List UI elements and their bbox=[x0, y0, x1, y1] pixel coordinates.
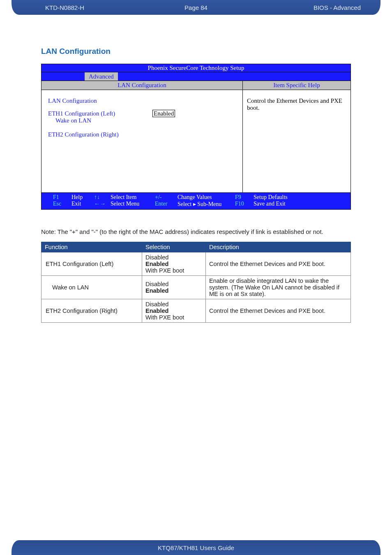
bios-key-esc-label: Exit bbox=[71, 201, 94, 208]
description-cell: Control the Ethernet Devices and PXE boo… bbox=[206, 299, 351, 323]
footer-title: KTQ87/KTH81 Users Guide bbox=[158, 544, 234, 551]
bios-action-change-values: Change Values bbox=[178, 194, 235, 201]
function-cell: ETH1 Configuration (Left) bbox=[42, 252, 142, 276]
selection-option: Enabled bbox=[145, 261, 202, 267]
bios-col-head-right: Item Specific Help bbox=[243, 81, 350, 90]
function-cell: ETH2 Configuration (Right) bbox=[42, 299, 142, 323]
bios-action-save-exit: Save and Exit bbox=[254, 201, 286, 208]
bios-item-value[interactable]: [Enabled] bbox=[151, 110, 177, 117]
bios-item-value[interactable]: [Enabled] bbox=[151, 117, 175, 124]
selection-option: Enabled bbox=[145, 308, 202, 314]
table-row: ETH2 Configuration (Right)DisabledEnable… bbox=[42, 299, 351, 323]
bios-arrows-updown-icon: ↑↓ bbox=[94, 194, 111, 201]
bios-key-f1-label: Help bbox=[71, 194, 94, 201]
bios-action-setup-defaults: Setup Defaults bbox=[254, 194, 288, 201]
bios-item-label[interactable]: ETH2 Configuration (Right) bbox=[48, 131, 151, 138]
bios-key-f9: F9 bbox=[235, 194, 254, 201]
bios-help-text: Control the Ethernet Devices and PXE boo… bbox=[247, 97, 342, 111]
bios-action-select-item: Select Item bbox=[111, 194, 155, 201]
bios-title: Phoenix SecureCore Technology Setup bbox=[42, 64, 350, 72]
selection-option: Disabled bbox=[145, 301, 202, 308]
bios-left-pane: LAN Configuration ETH1 Configuration (Le… bbox=[42, 90, 243, 192]
function-cell: Wake on LAN bbox=[42, 276, 142, 299]
bios-item-label[interactable]: MAC Address & Link status : bbox=[48, 124, 151, 131]
description-cell: Control the Ethernet Devices and PXE boo… bbox=[206, 252, 351, 276]
selection-cell: DisabledEnabledWith PXE boot bbox=[142, 252, 206, 276]
page-number: Page 84 bbox=[184, 4, 208, 11]
bios-item-label[interactable]: MAC Address & Link status : bbox=[48, 138, 151, 145]
bios-item-label[interactable]: Wake on LAN bbox=[48, 117, 151, 124]
bios-action-submenu: Select ▸ Sub-Menu bbox=[178, 201, 235, 208]
bios-key-f1: F1 bbox=[53, 194, 71, 201]
table-header: Selection bbox=[142, 242, 206, 252]
description-cell: Enable or disable integrated LAN to wake… bbox=[206, 276, 351, 299]
header-section: BIOS - Advanced bbox=[314, 4, 361, 11]
section-title: LAN Configuration bbox=[41, 47, 111, 56]
selection-option: With PXE boot bbox=[145, 267, 202, 274]
doc-id: KTD-N0882-H bbox=[45, 4, 84, 11]
bios-help-pane: Control the Ethernet Devices and PXE boo… bbox=[243, 90, 350, 192]
bios-key-plusminus: +/- bbox=[155, 194, 178, 201]
selection-option: With PXE boot bbox=[145, 314, 202, 321]
selection-option: Disabled bbox=[145, 254, 202, 261]
bios-tab-advanced: Advanced bbox=[85, 72, 118, 81]
selection-cell: DisabledEnabledWith PXE boot bbox=[142, 299, 206, 323]
selection-option: Disabled bbox=[145, 281, 202, 287]
table-header: Function bbox=[42, 242, 142, 252]
page-header: KTD-N0882-H Page 84 BIOS - Advanced bbox=[12, 0, 380, 15]
bios-action-select-menu: Select Menu bbox=[111, 201, 155, 208]
bios-left-heading: LAN Configuration bbox=[48, 97, 151, 104]
bios-col-head-left: LAN Configuration bbox=[42, 81, 243, 90]
bios-item-label[interactable]: ETH1 Configuration (Left) bbox=[48, 110, 151, 117]
table-header: Description bbox=[206, 242, 351, 252]
bios-arrows-leftright-icon: ←→ bbox=[94, 201, 111, 208]
bios-footer: F1 Help ↑↓ Select Item +/- Change Values… bbox=[42, 192, 350, 209]
bios-item-value[interactable]: [00E0F42C4E01 -] bbox=[151, 124, 198, 131]
page-footer: KTQ87/KTH81 Users Guide bbox=[12, 540, 380, 555]
bios-item-value[interactable]: [00E0F42C4E02 -] bbox=[151, 138, 198, 145]
note-text: Note: The "+" and "-" (to the right of t… bbox=[41, 228, 351, 235]
bios-item-value[interactable]: [With PXE boot] bbox=[151, 131, 193, 138]
selection-cell: DisabledEnabled bbox=[142, 276, 206, 299]
function-table: FunctionSelectionDescription ETH1 Config… bbox=[41, 242, 351, 323]
table-row: ETH1 Configuration (Left)DisabledEnabled… bbox=[42, 252, 351, 276]
bios-setup-screenshot: Phoenix SecureCore Technology Setup Adva… bbox=[41, 64, 351, 210]
bios-tab-bar: Advanced bbox=[42, 72, 350, 81]
bios-key-enter: Enter bbox=[155, 201, 178, 208]
table-row: Wake on LANDisabledEnabledEnable or disa… bbox=[42, 276, 351, 299]
bios-key-f10: F10 bbox=[235, 201, 254, 208]
selection-option: Enabled bbox=[145, 287, 202, 294]
bios-key-esc: Esc bbox=[53, 201, 71, 208]
